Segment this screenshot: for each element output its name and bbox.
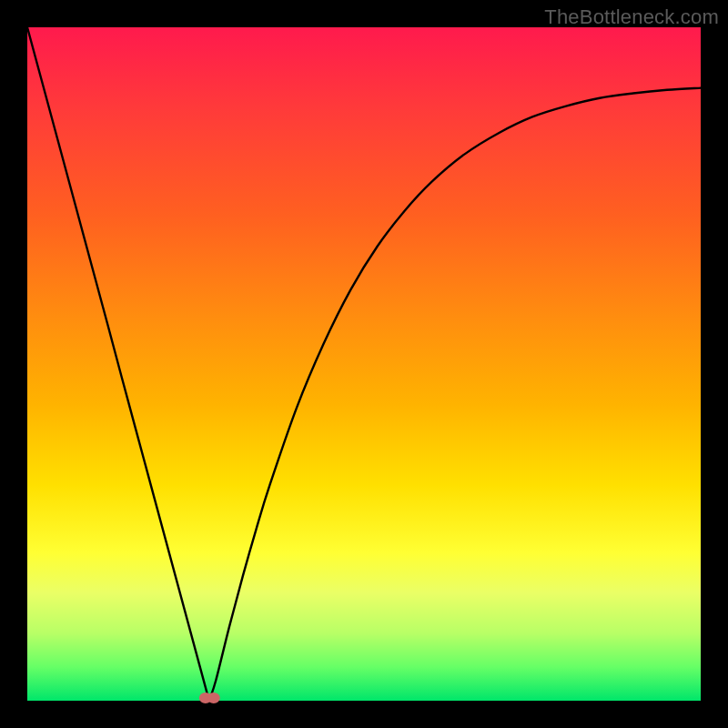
chart-frame: TheBottleneck.com [0, 0, 728, 728]
minimum-marker-secondary [207, 693, 220, 703]
watermark-text: TheBottleneck.com [544, 5, 719, 29]
plot-area [27, 27, 701, 701]
bottleneck-curve [27, 27, 701, 701]
bottleneck-curve-svg [27, 27, 701, 701]
